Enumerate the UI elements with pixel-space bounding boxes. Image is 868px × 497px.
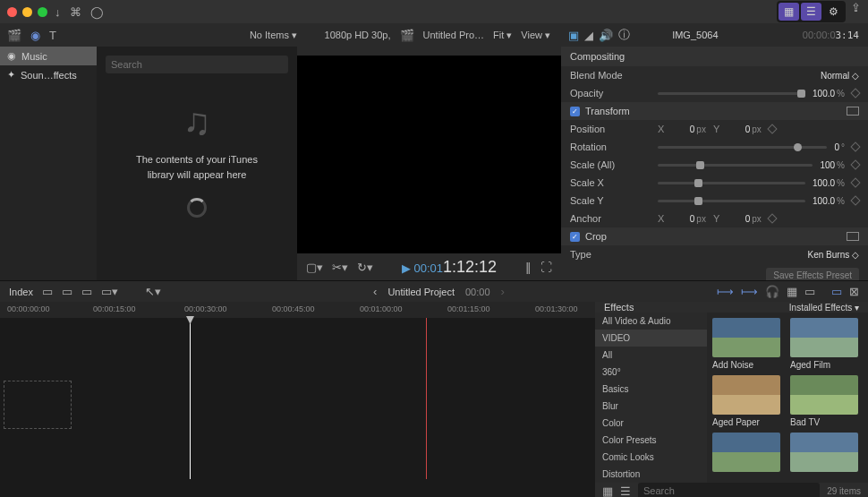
keyframe-icon[interactable]: [767, 213, 777, 223]
list-mode-icon[interactable]: ☰: [620, 484, 631, 498]
grid-view-icon[interactable]: ▦: [779, 3, 799, 21]
transform-header[interactable]: ✓ Transform: [561, 102, 868, 120]
keyframe-icon[interactable]: [850, 177, 860, 187]
fullscreen-icon[interactable]: ⛶: [540, 261, 552, 274]
clip-placeholder[interactable]: [4, 381, 72, 429]
rotation-value[interactable]: 0: [834, 142, 839, 152]
transform-checkbox[interactable]: ✓: [570, 107, 580, 116]
media-icon[interactable]: 🎬: [7, 29, 21, 42]
adjust-icon[interactable]: ⚙: [823, 3, 844, 21]
playhead[interactable]: [190, 318, 191, 479]
transform-tool-icon[interactable]: ✂▾: [332, 261, 348, 274]
effects-category[interactable]: All: [595, 347, 707, 364]
anchor-x-field[interactable]: 0: [668, 214, 694, 224]
skimming-icon[interactable]: ⟼: [717, 285, 734, 298]
opacity-slider[interactable]: [658, 92, 805, 95]
scale-y-slider[interactable]: [658, 200, 805, 202]
share-icon[interactable]: ⇪: [851, 1, 861, 22]
info-icon[interactable]: ⓘ: [618, 27, 630, 43]
view-dropdown[interactable]: View ▾: [521, 30, 550, 41]
effects-category[interactable]: Distortion: [595, 466, 707, 483]
back-icon[interactable]: ‹: [373, 285, 377, 298]
sidebar-item-sound-effects[interactable]: ✦ Soun…ffects: [0, 65, 97, 84]
transitions-icon[interactable]: ▭: [804, 285, 815, 298]
maximize-icon[interactable]: [38, 7, 47, 17]
crop-type-dropdown[interactable]: Ken Burns ◇: [808, 250, 859, 260]
effect-item[interactable]: Bad TV: [790, 375, 863, 427]
search-input[interactable]: [106, 56, 288, 73]
arrow-tool-icon[interactable]: ↖▾: [145, 285, 161, 298]
effect-item[interactable]: [790, 433, 863, 475]
effect-item[interactable]: Add Noise: [712, 318, 785, 370]
timeline-view-icon[interactable]: ▭: [831, 285, 842, 298]
overwrite-icon[interactable]: ▭▾: [101, 285, 118, 298]
installed-effects-dropdown[interactable]: Installed Effects ▾: [789, 303, 859, 313]
save-icon[interactable]: ▣: [568, 29, 579, 42]
items-dropdown[interactable]: No Items ▾: [250, 30, 297, 41]
keyword-icon[interactable]: ⌘: [70, 5, 81, 19]
anchor-y-field[interactable]: 0: [723, 214, 750, 224]
reset-icon[interactable]: [847, 107, 859, 116]
crop-tool-icon[interactable]: ▢▾: [306, 261, 323, 274]
keyframe-icon[interactable]: [850, 159, 860, 169]
loop-icon[interactable]: ‖: [525, 261, 532, 274]
effects-search-input[interactable]: [638, 483, 820, 497]
insert-icon[interactable]: ▭: [62, 285, 72, 298]
effects-browser-icon[interactable]: ▦: [787, 285, 797, 298]
crop-header[interactable]: ✓ Crop: [561, 227, 868, 245]
scale-y-value[interactable]: 100.0: [813, 196, 835, 206]
scale-x-value[interactable]: 100.0: [813, 178, 835, 188]
forward-icon[interactable]: ›: [501, 285, 505, 298]
effects-category[interactable]: Color: [595, 415, 707, 432]
scale-all-slider[interactable]: [658, 164, 813, 167]
opacity-value[interactable]: 100.0: [813, 89, 835, 99]
keyframe-icon[interactable]: [767, 124, 777, 133]
project-name[interactable]: Untitled Pro…: [423, 30, 484, 40]
fit-dropdown[interactable]: Fit ▾: [493, 30, 512, 41]
skimmer[interactable]: [426, 318, 427, 479]
effects-category[interactable]: All Video & Audio: [595, 313, 707, 330]
crop-checkbox[interactable]: ✓: [570, 232, 580, 242]
effects-category[interactable]: Basics: [595, 381, 707, 398]
effects-category[interactable]: 360°: [595, 364, 707, 381]
connect-icon[interactable]: ▭: [42, 285, 53, 298]
sidebar-item-music[interactable]: ◉ Music: [0, 47, 97, 65]
minimize-icon[interactable]: [22, 7, 32, 17]
snap-icon[interactable]: ⟼: [741, 285, 758, 298]
effects-category[interactable]: VIDEO: [595, 330, 707, 347]
effect-item[interactable]: [712, 433, 785, 475]
photos-icon[interactable]: ◉: [30, 29, 40, 42]
effects-category[interactable]: Comic Looks: [595, 449, 707, 466]
audio-icon[interactable]: 🔊: [599, 29, 613, 42]
effect-item[interactable]: Aged Film: [790, 318, 863, 370]
grid-mode-icon[interactable]: ▦: [602, 484, 613, 498]
color-icon[interactable]: ◢: [584, 29, 593, 42]
compositing-header[interactable]: Compositing: [561, 47, 868, 66]
timeline-track[interactable]: [0, 318, 595, 479]
retime-tool-icon[interactable]: ↻▾: [357, 261, 373, 274]
scale-x-slider[interactable]: [658, 182, 805, 184]
position-x-field[interactable]: 0: [668, 124, 694, 134]
keyframe-icon[interactable]: [850, 141, 860, 151]
keyframe-icon[interactable]: [850, 195, 860, 205]
keyframe-icon[interactable]: [850, 88, 860, 98]
titles-icon[interactable]: T: [49, 29, 56, 42]
rotation-dial[interactable]: [658, 146, 827, 149]
list-view-icon[interactable]: ☰: [801, 3, 821, 21]
clapboard-icon[interactable]: 🎬: [400, 29, 414, 42]
effects-category[interactable]: Blur: [595, 398, 707, 415]
timeline-end-icon[interactable]: ⊠: [849, 285, 859, 298]
viewer-canvas[interactable]: [297, 56, 561, 253]
save-preset-button[interactable]: Save Effects Preset: [766, 268, 859, 281]
import-icon[interactable]: ↓: [55, 5, 61, 19]
scale-all-value[interactable]: 100: [820, 160, 835, 170]
index-button[interactable]: Index: [9, 287, 33, 297]
solo-icon[interactable]: 🎧: [765, 285, 779, 298]
effects-category[interactable]: Color Presets: [595, 432, 707, 449]
reset-icon[interactable]: [847, 232, 859, 241]
blend-mode-dropdown[interactable]: Normal ◇: [821, 71, 859, 81]
effect-item[interactable]: Aged Paper: [712, 375, 785, 427]
timeline[interactable]: 00:00:00:00 00:00:15:00 00:00:30:00 00:0…: [0, 302, 595, 497]
timeline-ruler[interactable]: 00:00:00:00 00:00:15:00 00:00:30:00 00:0…: [0, 302, 595, 318]
position-y-field[interactable]: 0: [723, 124, 750, 134]
